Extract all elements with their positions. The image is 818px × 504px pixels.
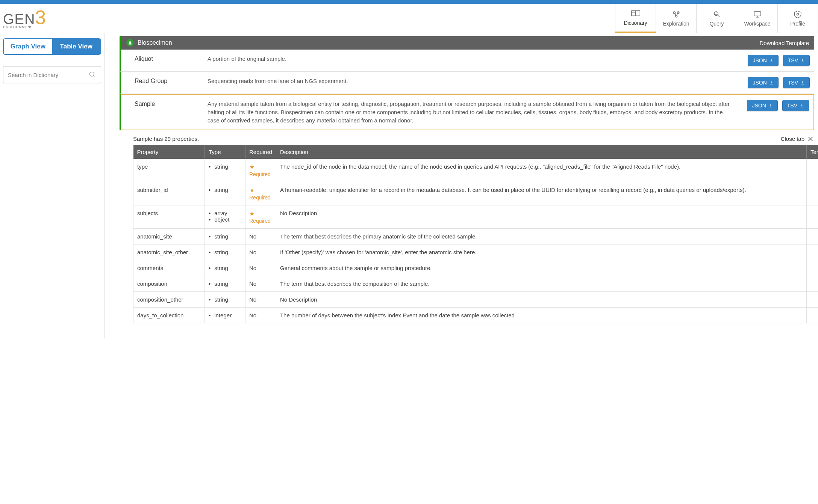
cell-description: The term that best describes the primary… <box>276 229 806 244</box>
cell-property: submitter_id <box>133 182 205 205</box>
svg-text:$: $ <box>677 11 679 14</box>
node-row-read-group[interactable]: Read GroupSequencing reads from one lane… <box>120 72 814 94</box>
nav-tab-label: Profile <box>790 21 805 27</box>
type-item: string <box>209 163 241 170</box>
cell-term <box>807 260 818 276</box>
svg-rect-20 <box>801 62 804 62</box>
search-box <box>3 66 101 83</box>
nav-tab-workspace[interactable]: Workspace <box>737 4 777 33</box>
table-row: commentsstringNoGeneral comments about t… <box>133 260 818 276</box>
cell-required: No <box>245 292 276 308</box>
required-no: No <box>249 265 256 271</box>
nav-tabs: A-ZDictionary$ExplorationQueryWorkspaceP… <box>615 4 818 33</box>
type-item: integer <box>209 312 241 318</box>
view-toggle: Graph View Table View <box>3 38 101 55</box>
type-item: string <box>209 265 241 271</box>
node-name: Aliquot <box>121 55 208 62</box>
close-tab-label: Close tab <box>781 136 804 142</box>
download-icon <box>800 103 804 108</box>
tsv-download-button[interactable]: TSV <box>782 100 809 111</box>
required-no: No <box>249 233 256 240</box>
th-required: Required <box>245 145 276 159</box>
node-description: A portion of the original sample. <box>208 55 744 63</box>
nav-tab-label: Query <box>709 21 724 27</box>
cell-type: string <box>205 159 245 182</box>
table-row: anatomic_site_otherstringNoIf 'Other (sp… <box>133 244 818 260</box>
cell-required: No <box>245 229 276 244</box>
node-name: Read Group <box>121 77 208 85</box>
search-input[interactable] <box>8 72 89 78</box>
logo-subtitle: DATA COMMONS <box>3 25 46 29</box>
json-download-button[interactable]: JSON <box>747 100 777 111</box>
top-stripe <box>0 0 818 4</box>
cell-term <box>807 308 818 323</box>
flask-icon <box>126 39 134 47</box>
cell-term <box>807 244 818 260</box>
download-icon <box>769 58 774 63</box>
cell-description: No Description <box>276 205 806 229</box>
properties-count: Sample has 29 properties. <box>133 136 199 142</box>
category-header: Biospecimen Download Template <box>120 36 814 50</box>
cell-description: If 'Other (specify)' was chosen for 'ana… <box>276 244 806 260</box>
close-tab-button[interactable]: Close tab <box>781 136 813 142</box>
cell-term <box>807 182 818 205</box>
cell-required: No <box>245 308 276 323</box>
category-title: Biospecimen <box>138 39 172 46</box>
nav-tab-profile[interactable]: Profile <box>777 4 818 33</box>
cell-required: ★Required <box>245 159 276 182</box>
cell-type: string <box>205 182 245 205</box>
cell-description: The node_id of the node in the data mode… <box>276 159 806 182</box>
download-icon <box>769 80 774 85</box>
node-description: Any material sample taken from a biologi… <box>208 100 743 124</box>
download-icon <box>800 80 805 85</box>
nav-tab-dictionary[interactable]: A-ZDictionary <box>615 4 656 33</box>
main-content: Biospecimen Download Template AliquotA p… <box>105 33 818 338</box>
cell-required: No <box>245 260 276 276</box>
download-icon <box>800 58 805 63</box>
svg-rect-19 <box>770 62 773 62</box>
star-icon: ★ <box>249 164 254 170</box>
cell-property: comments <box>133 260 205 276</box>
download-template-link[interactable]: Download Template <box>760 40 809 46</box>
graph-view-button[interactable]: Graph View <box>4 39 52 54</box>
nav-tab-label: Exploration <box>663 21 689 27</box>
th-type: Type <box>205 145 245 159</box>
cell-required: ★Required <box>245 182 276 205</box>
header: GEN 3 DATA COMMONS A-ZDictionary$Explora… <box>0 4 818 33</box>
cell-description: No Description <box>276 292 806 308</box>
download-icon <box>768 103 773 108</box>
type-item: string <box>209 249 241 255</box>
search-icon <box>89 71 96 78</box>
sidebar: Graph View Table View <box>0 33 105 338</box>
type-item: array <box>209 210 241 216</box>
node-row-sample[interactable]: SampleAny material sample taken from a b… <box>120 94 814 130</box>
node-row-aliquot[interactable]: AliquotA portion of the original sample.… <box>120 50 814 72</box>
svg-point-5 <box>675 15 677 17</box>
th-term: Term <box>807 145 818 159</box>
svg-rect-23 <box>769 107 772 107</box>
type-item: string <box>209 233 241 240</box>
tsv-download-button[interactable]: TSV <box>783 55 810 66</box>
cell-description: A human-readable, unique identifier for … <box>276 182 806 205</box>
cell-property: anatomic_site_other <box>133 244 205 260</box>
table-row: submitter_idstring★RequiredA human-reada… <box>133 182 818 205</box>
required-no: No <box>249 296 256 303</box>
tsv-download-button[interactable]: TSV <box>783 77 810 88</box>
table-row: days_to_collectionintegerNoThe number of… <box>133 308 818 323</box>
nav-tab-exploration[interactable]: $Exploration <box>656 4 696 33</box>
required-no: No <box>249 312 256 318</box>
cell-type: string <box>205 229 245 244</box>
logo[interactable]: GEN 3 DATA COMMONS <box>3 4 46 33</box>
json-download-button[interactable]: JSON <box>748 77 778 88</box>
cell-term <box>807 205 818 229</box>
required-no: No <box>249 249 256 255</box>
cell-required: No <box>245 276 276 292</box>
table-view-button[interactable]: Table View <box>52 39 101 54</box>
cell-required: No <box>245 244 276 260</box>
type-item: string <box>209 281 241 287</box>
cell-type: arrayobject <box>205 205 245 229</box>
json-download-button[interactable]: JSON <box>748 55 778 66</box>
nav-tab-query[interactable]: Query <box>696 4 737 33</box>
table-row: composition_otherstringNoNo Description <box>133 292 818 308</box>
cell-description: General comments about the sample or sam… <box>276 260 806 276</box>
